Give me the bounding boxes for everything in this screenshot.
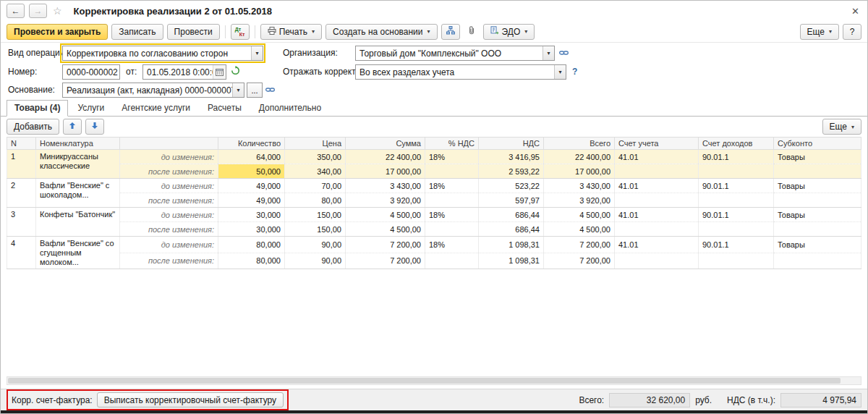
tab-additional[interactable]: Дополнительно bbox=[251, 100, 329, 117]
cell-income-account-before[interactable]: 90.01.1 bbox=[699, 150, 774, 164]
column-header-7[interactable]: % НДС bbox=[425, 138, 479, 150]
cell-income-account-after[interactable] bbox=[699, 193, 774, 208]
close-icon[interactable]: ✕ bbox=[849, 6, 861, 17]
reflect-hint-icon[interactable]: ? bbox=[572, 67, 577, 77]
cell-line-number[interactable]: 2 bbox=[7, 179, 36, 208]
cell-qty-before[interactable]: 30,000 bbox=[218, 208, 285, 222]
cell-sum-before[interactable]: 4 500,00 bbox=[346, 208, 425, 222]
operation-combo[interactable]: Корректировка по согласованию сторон ▾ bbox=[62, 46, 263, 61]
cell-nomenclature[interactable]: Конфеты "Батончик" bbox=[36, 208, 120, 237]
cell-account-after[interactable] bbox=[615, 164, 699, 179]
cell-sum-after[interactable]: 3 920,00 bbox=[346, 193, 425, 208]
goods-row-1-after[interactable]: после изменения:50,000340,0017 000,002 5… bbox=[7, 164, 861, 179]
cell-price-before[interactable]: 70,00 bbox=[285, 179, 346, 193]
organization-combo[interactable]: Торговый дом "Комплексный" ООО ▾ bbox=[355, 46, 555, 61]
cell-vat-pct-after[interactable] bbox=[425, 222, 479, 237]
cell-total-after[interactable]: 3 920,00 bbox=[544, 193, 615, 208]
basis-combo[interactable]: Реализация (акт, накладная) 0000-000007 … bbox=[62, 83, 244, 98]
cell-account-before[interactable]: 41.01 bbox=[615, 179, 699, 193]
tab-agent-services[interactable]: Агентские услуги bbox=[114, 100, 198, 117]
cell-nomenclature[interactable]: Вафли "Венские" с шоколадом... bbox=[36, 179, 120, 208]
edo-button[interactable]: ЭДО ▾ bbox=[483, 24, 535, 40]
column-header-8[interactable]: НДС bbox=[479, 138, 544, 150]
goods-row-2-after[interactable]: после изменения:49,00080,003 920,00597,9… bbox=[7, 193, 861, 208]
move-up-button[interactable] bbox=[63, 119, 82, 135]
column-header-2[interactable]: Номенклатура bbox=[36, 138, 120, 150]
cell-price-after[interactable]: 340,00 bbox=[285, 164, 346, 179]
goods-row-2-before[interactable]: 2Вафли "Венские" с шоколадом...до измене… bbox=[7, 179, 861, 193]
create-on-basis-button[interactable]: Создать на основании ▾ bbox=[326, 24, 438, 40]
cell-income-account-after[interactable] bbox=[699, 222, 774, 237]
cell-qty-before[interactable]: 49,000 bbox=[218, 179, 285, 193]
print-button[interactable]: Печать ▾ bbox=[260, 24, 322, 40]
column-header-12[interactable]: Субконто bbox=[774, 138, 861, 150]
date-field[interactable]: 01.05.2018 0:00:00 bbox=[142, 64, 226, 80]
post-and-close-button[interactable]: Провести и закрыть bbox=[7, 24, 108, 40]
column-header-10[interactable]: Счет учета bbox=[615, 138, 699, 150]
cell-account-after[interactable] bbox=[615, 253, 699, 269]
column-header-5[interactable]: Цена bbox=[285, 138, 346, 150]
cell-vat-after[interactable]: 2 593,22 bbox=[479, 164, 544, 179]
cell-subconto-before[interactable]: Товары bbox=[774, 150, 861, 164]
scrollbar-thumb[interactable] bbox=[8, 378, 841, 384]
help-button[interactable]: ? bbox=[843, 24, 861, 40]
cell-total-before[interactable]: 4 500,00 bbox=[544, 208, 615, 222]
show-postings-button[interactable]: ДтКт bbox=[231, 24, 250, 40]
cell-income-account-before[interactable]: 90.01.1 bbox=[699, 237, 774, 253]
cell-vat-pct-after[interactable] bbox=[425, 253, 479, 269]
cell-nomenclature[interactable]: Миникруассаны классические bbox=[36, 150, 120, 179]
cell-vat-before[interactable]: 523,22 bbox=[479, 179, 544, 193]
cell-total-after[interactable]: 4 500,00 bbox=[544, 222, 615, 237]
forward-button[interactable]: → bbox=[29, 4, 47, 18]
add-row-button[interactable]: Добавить bbox=[7, 119, 59, 135]
cell-vat-pct-before[interactable]: 18% bbox=[425, 237, 479, 253]
cell-sum-after[interactable]: 4 500,00 bbox=[346, 222, 425, 237]
cell-sum-after[interactable]: 7 200,00 bbox=[346, 253, 425, 269]
favorite-star-icon[interactable]: ☆ bbox=[53, 5, 62, 17]
column-header-9[interactable]: Всего bbox=[544, 138, 615, 150]
cell-vat-after[interactable]: 1 098,31 bbox=[479, 253, 544, 269]
cell-account-before[interactable]: 41.01 bbox=[615, 208, 699, 222]
cell-vat-pct-before[interactable]: 18% bbox=[425, 179, 479, 193]
column-header-11[interactable]: Счет доходов bbox=[699, 138, 774, 150]
goods-row-3-before[interactable]: 3Конфеты "Батончик"до изменения:30,00015… bbox=[7, 208, 861, 222]
cell-sum-before[interactable]: 3 430,00 bbox=[346, 179, 425, 193]
goods-row-4-before[interactable]: 4Вафли "Венские" со сгущенным молоком...… bbox=[7, 237, 861, 253]
chevron-down-icon[interactable]: ▾ bbox=[251, 46, 263, 60]
attachments-button[interactable] bbox=[464, 24, 480, 40]
cell-qty-before[interactable]: 80,000 bbox=[218, 237, 285, 253]
chevron-down-icon[interactable]: ▾ bbox=[554, 65, 566, 79]
cell-price-before[interactable]: 90,00 bbox=[285, 237, 346, 253]
cell-account-after[interactable] bbox=[615, 193, 699, 208]
cell-subconto-before[interactable]: Товары bbox=[774, 208, 861, 222]
cell-vat-pct-before[interactable]: 18% bbox=[425, 208, 479, 222]
organization-link-icon[interactable] bbox=[559, 48, 569, 59]
cell-account-before[interactable]: 41.01 bbox=[615, 237, 699, 253]
cell-vat-before[interactable]: 3 416,95 bbox=[479, 150, 544, 164]
cell-nomenclature[interactable]: Вафли "Венские" со сгущенным молоком... bbox=[36, 237, 120, 269]
grid-more-button[interactable]: Еще ▾ bbox=[822, 119, 861, 135]
cell-income-account-after[interactable] bbox=[699, 164, 774, 179]
goods-row-4-after[interactable]: после изменения:80,00090,007 200,001 098… bbox=[7, 253, 861, 269]
cell-total-before[interactable]: 7 200,00 bbox=[544, 237, 615, 253]
column-header-6[interactable]: Сумма bbox=[346, 138, 425, 150]
cell-price-after[interactable]: 150,00 bbox=[285, 222, 346, 237]
cell-subconto-before[interactable]: Товары bbox=[774, 237, 861, 253]
current-date-icon[interactable] bbox=[231, 66, 240, 77]
cell-qty-after[interactable]: 80,000 bbox=[218, 253, 285, 269]
cell-subconto-before[interactable]: Товары bbox=[774, 179, 861, 193]
subordination-structure-button[interactable] bbox=[441, 24, 460, 40]
issue-corr-invoice-button[interactable]: Выписать корректировочный счет-фактуру bbox=[97, 392, 284, 407]
cell-total-after[interactable]: 7 200,00 bbox=[544, 253, 615, 269]
goods-row-1-before[interactable]: 1Миникруассаны классическиедо изменения:… bbox=[7, 150, 861, 164]
column-header-4[interactable]: Количество bbox=[218, 138, 285, 150]
cell-income-account-before[interactable]: 90.01.1 bbox=[699, 179, 774, 193]
cell-vat-before[interactable]: 686,44 bbox=[479, 208, 544, 222]
cell-vat-pct-after[interactable] bbox=[425, 193, 479, 208]
cell-account-after[interactable] bbox=[615, 222, 699, 237]
cell-vat-after[interactable]: 597,97 bbox=[479, 193, 544, 208]
more-button[interactable]: Еще ▾ bbox=[800, 24, 839, 40]
goods-row-3-after[interactable]: после изменения:30,000150,004 500,00686,… bbox=[7, 222, 861, 237]
calendar-icon[interactable] bbox=[213, 65, 226, 79]
cell-line-number[interactable]: 1 bbox=[7, 150, 36, 179]
